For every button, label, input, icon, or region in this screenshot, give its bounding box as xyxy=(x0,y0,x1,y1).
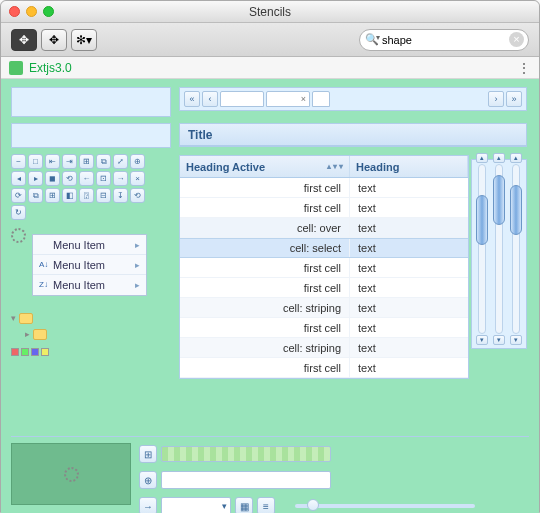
mini-icon-button[interactable]: ▸ xyxy=(28,171,43,186)
color-swatches[interactable] xyxy=(11,348,171,356)
slider-down-button[interactable]: ▾ xyxy=(493,335,505,345)
stencil-panel-header[interactable] xyxy=(11,87,171,117)
mini-icon-button[interactable]: ⍰ xyxy=(79,188,94,203)
tree-row[interactable]: ▸ xyxy=(11,326,171,342)
slider-down-button[interactable]: ▾ xyxy=(510,335,522,345)
slider-thumb[interactable] xyxy=(476,195,488,245)
slider-up-button[interactable]: ▴ xyxy=(510,153,522,163)
slider[interactable]: ▴▾ xyxy=(495,164,503,334)
mini-icon-button[interactable]: ⟲ xyxy=(130,188,145,203)
tab-item-closable[interactable]: × xyxy=(266,91,310,107)
minimize-button[interactable] xyxy=(26,6,37,17)
pathbar: Extjs3.0 ⋮ xyxy=(1,57,539,79)
mini-icon-button[interactable]: ◂ xyxy=(11,171,26,186)
sort-indicator-icon[interactable]: ▴ ▾ ▾ xyxy=(327,162,343,171)
menu-item[interactable]: Menu Item▸ xyxy=(33,235,146,255)
horizontal-slider[interactable] xyxy=(295,504,475,508)
mini-icon-button[interactable]: ⊟ xyxy=(96,188,111,203)
stepper-button[interactable]: ≡ xyxy=(257,497,275,513)
date-picker-button[interactable]: ▦ xyxy=(235,497,253,513)
slider-thumb[interactable] xyxy=(307,499,319,511)
zoom-button[interactable] xyxy=(43,6,54,17)
mini-icon-button[interactable]: ⇤ xyxy=(45,154,60,169)
slider-up-button[interactable]: ▴ xyxy=(476,153,488,163)
app-window: Stencils ✥ ✥ ✻▾ 🔍 ▾ × Extjs3.0 ⋮ −□⇤⇥⊞⧉⤢… xyxy=(0,0,540,513)
slider-thumb[interactable] xyxy=(493,175,505,225)
table-row[interactable]: cell: selecttext xyxy=(180,238,468,258)
table-row[interactable]: first celltext xyxy=(180,198,468,218)
text-input[interactable] xyxy=(161,471,331,489)
mini-icon-button[interactable]: ⊕ xyxy=(130,154,145,169)
table-row[interactable]: first celltext xyxy=(180,258,468,278)
mini-icon-button[interactable]: ◧ xyxy=(62,188,77,203)
mini-icon-button[interactable]: ⤢ xyxy=(113,154,128,169)
mini-icon-button[interactable]: ⊞ xyxy=(45,188,60,203)
slider-thumb[interactable] xyxy=(510,185,522,235)
canvas[interactable]: −□⇤⇥⊞⧉⤢⊕◂▸◼⟲←⊡→×⟳⧉⊞◧⍰⊟↧⟲↻ Menu Item▸A↓Me… xyxy=(1,79,539,513)
cell: text xyxy=(350,239,468,257)
tab-scroll-right-button[interactable]: » xyxy=(506,91,522,107)
cell: text xyxy=(350,178,468,197)
mini-icon-button[interactable]: □ xyxy=(28,154,43,169)
cell: text xyxy=(350,338,468,357)
slider-up-button[interactable]: ▴ xyxy=(493,153,505,163)
left-column: −□⇤⇥⊞⧉⤢⊕◂▸◼⟲←⊡→×⟳⧉⊞◧⍰⊟↧⟲↻ Menu Item▸A↓Me… xyxy=(11,87,171,356)
mini-icon-button[interactable]: ⟲ xyxy=(62,171,77,186)
table-row[interactable]: first celltext xyxy=(180,178,468,198)
search-input[interactable] xyxy=(359,29,529,51)
expand-button[interactable]: ⊕ xyxy=(139,471,157,489)
tab-item[interactable] xyxy=(312,91,330,107)
mini-icon-button[interactable]: ⧉ xyxy=(28,188,43,203)
table-row[interactable]: first celltext xyxy=(180,318,468,338)
search-dropdown-icon[interactable]: ▾ xyxy=(376,33,380,42)
table-row[interactable]: cell: stripingtext xyxy=(180,338,468,358)
tab-scroll-left-button[interactable]: « xyxy=(184,91,200,107)
title-panel[interactable]: Title xyxy=(179,123,527,147)
cell: first cell xyxy=(180,178,350,197)
menu-item-label: Menu Item xyxy=(53,259,105,271)
menu-item[interactable]: A↓Menu Item▸ xyxy=(33,255,146,275)
table-row[interactable]: cell: stripingtext xyxy=(180,298,468,318)
combo-box[interactable]: ▾ xyxy=(161,497,231,513)
window-title: Stencils xyxy=(1,5,539,19)
tree-row[interactable]: ▾ xyxy=(11,310,171,326)
tab-prev-button[interactable]: ‹ xyxy=(202,91,218,107)
mini-icon-button[interactable]: ↧ xyxy=(113,188,128,203)
menu-item[interactable]: Z↓Menu Item▸ xyxy=(33,275,146,295)
gear-menu-button[interactable]: ✻▾ xyxy=(71,29,97,51)
path-menu-icon[interactable]: ⋮ xyxy=(517,60,531,76)
tab-item[interactable] xyxy=(220,91,264,107)
column-header-active[interactable]: Heading Active ▴ ▾ ▾ xyxy=(180,156,350,177)
arrow-tool-button[interactable]: ✥ xyxy=(41,29,67,51)
stencil-panel-toolbar[interactable] xyxy=(11,123,171,148)
document-name[interactable]: Extjs3.0 xyxy=(29,61,72,75)
arrow-right-button[interactable]: → xyxy=(139,497,157,513)
mini-icon-button[interactable]: ⊡ xyxy=(96,171,111,186)
grid-toggle-button[interactable]: ⊞ xyxy=(139,445,157,463)
slider-down-button[interactable]: ▾ xyxy=(476,335,488,345)
slider[interactable]: ▴▾ xyxy=(512,164,520,334)
mini-icon-button[interactable]: ⊞ xyxy=(79,154,94,169)
close-button[interactable] xyxy=(9,6,20,17)
mini-icon-button[interactable]: ⇥ xyxy=(62,154,77,169)
mini-icon-button[interactable]: ⧉ xyxy=(96,154,111,169)
slider[interactable]: ▴▾ xyxy=(478,164,486,334)
cell: cell: select xyxy=(180,239,350,257)
clear-search-button[interactable]: × xyxy=(509,32,524,47)
submenu-arrow-icon: ▸ xyxy=(135,260,140,270)
mini-icon-button[interactable]: × xyxy=(130,171,145,186)
table-row[interactable]: cell: overtext xyxy=(180,218,468,238)
table-row[interactable]: first celltext xyxy=(180,358,468,378)
mini-icon-button[interactable]: ⟳ xyxy=(11,188,26,203)
mini-icon-button[interactable]: ◼ xyxy=(45,171,60,186)
grid-body: first celltextfirst celltextcell: overte… xyxy=(180,178,468,378)
move-tool-button[interactable]: ✥ xyxy=(11,29,37,51)
mini-icon-button[interactable]: ↻ xyxy=(11,205,26,220)
table-row[interactable]: first celltext xyxy=(180,278,468,298)
mini-icon-button[interactable]: → xyxy=(113,171,128,186)
mini-icon-button[interactable]: ← xyxy=(79,171,94,186)
thumbnail-box[interactable] xyxy=(11,443,131,505)
mini-icon-button[interactable]: − xyxy=(11,154,26,169)
column-header[interactable]: Heading xyxy=(350,156,468,177)
tab-next-button[interactable]: › xyxy=(488,91,504,107)
